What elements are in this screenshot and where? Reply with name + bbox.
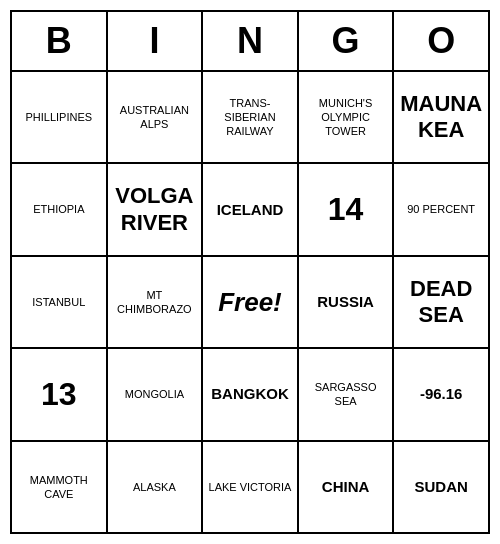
bingo-cell: 13 xyxy=(12,349,108,439)
bingo-cell: PHILLIPINES xyxy=(12,72,108,162)
header-letter: O xyxy=(394,12,488,70)
bingo-cell: SUDAN xyxy=(394,442,488,532)
cell-text: CHINA xyxy=(322,478,370,496)
bingo-header: BINGO xyxy=(12,12,488,72)
cell-text: Free! xyxy=(218,287,282,318)
cell-text: SUDAN xyxy=(415,478,468,496)
bingo-cell: ETHIOPIA xyxy=(12,164,108,254)
bingo-row: 13MONGOLIABANGKOKSARGASSO SEA-96.16 xyxy=(12,349,488,441)
bingo-cell: ALASKA xyxy=(108,442,204,532)
cell-text: ETHIOPIA xyxy=(33,202,84,216)
bingo-cell: MT CHIMBORAZO xyxy=(108,257,204,347)
bingo-cell: LAKE VICTORIA xyxy=(203,442,299,532)
bingo-cell: AUSTRALIAN ALPS xyxy=(108,72,204,162)
bingo-cell: -96.16 xyxy=(394,349,488,439)
cell-text: MONGOLIA xyxy=(125,387,184,401)
cell-text: SARGASSO SEA xyxy=(303,380,389,409)
cell-text: PHILLIPINES xyxy=(25,110,92,124)
bingo-cell: CHINA xyxy=(299,442,395,532)
cell-text: 90 PERCENT xyxy=(407,202,475,216)
bingo-cell: ISTANBUL xyxy=(12,257,108,347)
bingo-cell: DEAD SEA xyxy=(394,257,488,347)
cell-text: MAMMOTH CAVE xyxy=(16,473,102,502)
bingo-cell: MONGOLIA xyxy=(108,349,204,439)
cell-text: AUSTRALIAN ALPS xyxy=(112,103,198,132)
cell-text: 14 xyxy=(328,191,364,228)
cell-text: MUNICH'S OLYMPIC TOWER xyxy=(303,96,389,139)
bingo-cell: 14 xyxy=(299,164,395,254)
cell-text: VOLGA RIVER xyxy=(112,183,198,236)
bingo-cell: 90 PERCENT xyxy=(394,164,488,254)
bingo-cell: SARGASSO SEA xyxy=(299,349,395,439)
bingo-card: BINGO PHILLIPINESAUSTRALIAN ALPSTRANS-SI… xyxy=(10,10,490,534)
cell-text: MAUNA KEA xyxy=(398,91,484,144)
header-letter: G xyxy=(299,12,395,70)
bingo-cell: VOLGA RIVER xyxy=(108,164,204,254)
bingo-cell: Free! xyxy=(203,257,299,347)
bingo-cell: ICELAND xyxy=(203,164,299,254)
bingo-row: ETHIOPIAVOLGA RIVERICELAND1490 PERCENT xyxy=(12,164,488,256)
cell-text: 13 xyxy=(41,376,77,413)
cell-text: ICELAND xyxy=(217,201,284,219)
bingo-cell: MAMMOTH CAVE xyxy=(12,442,108,532)
bingo-cell: BANGKOK xyxy=(203,349,299,439)
bingo-grid: PHILLIPINESAUSTRALIAN ALPSTRANS-SIBERIAN… xyxy=(12,72,488,532)
cell-text: RUSSIA xyxy=(317,293,374,311)
cell-text: MT CHIMBORAZO xyxy=(112,288,198,317)
bingo-cell: MUNICH'S OLYMPIC TOWER xyxy=(299,72,395,162)
bingo-cell: RUSSIA xyxy=(299,257,395,347)
bingo-row: MAMMOTH CAVEALASKALAKE VICTORIACHINASUDA… xyxy=(12,442,488,532)
cell-text: ISTANBUL xyxy=(32,295,85,309)
cell-text: DEAD SEA xyxy=(398,276,484,329)
bingo-cell: MAUNA KEA xyxy=(394,72,488,162)
header-letter: I xyxy=(108,12,204,70)
cell-text: ALASKA xyxy=(133,480,176,494)
cell-text: BANGKOK xyxy=(211,385,289,403)
header-letter: N xyxy=(203,12,299,70)
cell-text: LAKE VICTORIA xyxy=(209,480,292,494)
header-letter: B xyxy=(12,12,108,70)
bingo-row: ISTANBULMT CHIMBORAZOFree!RUSSIADEAD SEA xyxy=(12,257,488,349)
bingo-cell: TRANS-SIBERIAN RAILWAY xyxy=(203,72,299,162)
cell-text: TRANS-SIBERIAN RAILWAY xyxy=(207,96,293,139)
bingo-row: PHILLIPINESAUSTRALIAN ALPSTRANS-SIBERIAN… xyxy=(12,72,488,164)
cell-text: -96.16 xyxy=(420,385,463,403)
